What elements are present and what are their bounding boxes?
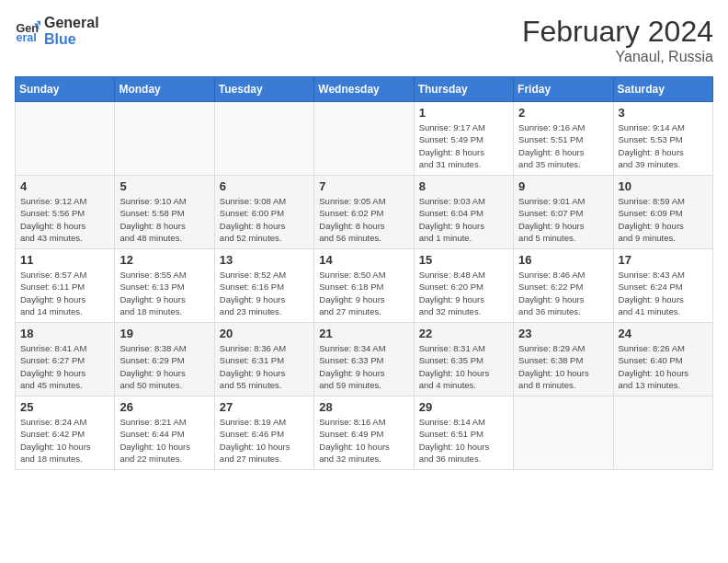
day-number: 11 <box>20 253 109 267</box>
day-number: 24 <box>619 327 708 340</box>
day-number: 19 <box>119 327 209 340</box>
calendar-cell <box>214 102 313 176</box>
day-info: Sunrise: 9:01 AM Sunset: 6:07 PM Dayligh… <box>518 195 608 244</box>
day-number: 8 <box>419 179 508 193</box>
day-info: Sunrise: 8:57 AM Sunset: 6:11 PM Dayligh… <box>20 269 109 317</box>
calendar-cell <box>314 102 414 176</box>
calendar-cell: 6Sunrise: 9:08 AM Sunset: 6:00 PM Daylig… <box>214 176 313 249</box>
day-number: 15 <box>419 253 508 267</box>
calendar-week-row: 4Sunrise: 9:12 AM Sunset: 5:56 PM Daylig… <box>16 176 713 249</box>
day-info: Sunrise: 8:55 AM Sunset: 6:13 PM Dayligh… <box>119 269 209 317</box>
calendar-cell: 26Sunrise: 8:21 AM Sunset: 6:44 PM Dayli… <box>115 396 214 470</box>
calendar-cell: 13Sunrise: 8:52 AM Sunset: 6:16 PM Dayli… <box>214 249 313 323</box>
calendar-week-row: 11Sunrise: 8:57 AM Sunset: 6:11 PM Dayli… <box>16 249 713 323</box>
day-info: Sunrise: 9:12 AM Sunset: 5:56 PM Dayligh… <box>20 195 109 244</box>
day-info: Sunrise: 8:36 AM Sunset: 6:31 PM Dayligh… <box>220 342 309 391</box>
month-title: February 2024 <box>522 15 713 49</box>
weekday-header: Thursday <box>414 77 513 102</box>
day-number: 20 <box>220 327 309 340</box>
calendar-cell: 28Sunrise: 8:16 AM Sunset: 6:49 PM Dayli… <box>314 396 414 470</box>
logo: Gen eral General Blue <box>15 15 99 47</box>
day-number: 3 <box>619 106 708 120</box>
calendar-cell: 24Sunrise: 8:26 AM Sunset: 6:40 PM Dayli… <box>613 323 712 396</box>
day-info: Sunrise: 8:16 AM Sunset: 6:49 PM Dayligh… <box>319 416 408 465</box>
day-number: 10 <box>619 179 708 193</box>
day-info: Sunrise: 8:21 AM Sunset: 6:44 PM Dayligh… <box>119 416 209 465</box>
day-info: Sunrise: 9:10 AM Sunset: 5:58 PM Dayligh… <box>119 195 209 244</box>
day-info: Sunrise: 8:46 AM Sunset: 6:22 PM Dayligh… <box>518 269 608 317</box>
calendar-cell: 11Sunrise: 8:57 AM Sunset: 6:11 PM Dayli… <box>16 249 115 323</box>
calendar-cell: 7Sunrise: 9:05 AM Sunset: 6:02 PM Daylig… <box>314 176 414 249</box>
weekday-header: Wednesday <box>314 77 414 102</box>
page-header: Gen eral General Blue February 2024 Yana… <box>15 15 713 65</box>
calendar-cell: 8Sunrise: 9:03 AM Sunset: 6:04 PM Daylig… <box>414 176 513 249</box>
calendar-cell: 2Sunrise: 9:16 AM Sunset: 5:51 PM Daylig… <box>514 102 613 176</box>
calendar-cell: 15Sunrise: 8:48 AM Sunset: 6:20 PM Dayli… <box>414 249 513 323</box>
calendar-cell: 3Sunrise: 9:14 AM Sunset: 5:53 PM Daylig… <box>613 102 712 176</box>
day-info: Sunrise: 8:26 AM Sunset: 6:40 PM Dayligh… <box>619 342 708 391</box>
calendar-cell: 5Sunrise: 9:10 AM Sunset: 5:58 PM Daylig… <box>115 176 214 249</box>
day-info: Sunrise: 9:14 AM Sunset: 5:53 PM Dayligh… <box>619 121 708 170</box>
calendar-cell: 27Sunrise: 8:19 AM Sunset: 6:46 PM Dayli… <box>214 396 313 470</box>
day-info: Sunrise: 8:31 AM Sunset: 6:35 PM Dayligh… <box>419 342 508 391</box>
calendar-header-row: SundayMondayTuesdayWednesdayThursdayFrid… <box>16 77 713 102</box>
day-info: Sunrise: 8:59 AM Sunset: 6:09 PM Dayligh… <box>619 195 708 244</box>
day-number: 27 <box>220 400 309 414</box>
weekday-header: Friday <box>514 77 613 102</box>
day-info: Sunrise: 8:43 AM Sunset: 6:24 PM Dayligh… <box>619 269 708 317</box>
day-info: Sunrise: 8:29 AM Sunset: 6:38 PM Dayligh… <box>518 342 608 391</box>
calendar-cell: 29Sunrise: 8:14 AM Sunset: 6:51 PM Dayli… <box>414 396 513 470</box>
calendar-cell <box>514 396 613 470</box>
weekday-header: Monday <box>115 77 214 102</box>
day-number: 26 <box>119 400 209 414</box>
calendar-cell: 12Sunrise: 8:55 AM Sunset: 6:13 PM Dayli… <box>115 249 214 323</box>
day-number: 13 <box>220 253 309 267</box>
day-info: Sunrise: 8:24 AM Sunset: 6:42 PM Dayligh… <box>20 416 109 465</box>
day-number: 17 <box>619 253 708 267</box>
calendar-cell: 4Sunrise: 9:12 AM Sunset: 5:56 PM Daylig… <box>16 176 115 249</box>
day-info: Sunrise: 9:05 AM Sunset: 6:02 PM Dayligh… <box>319 195 408 244</box>
svg-text:eral: eral <box>16 31 36 44</box>
day-info: Sunrise: 9:08 AM Sunset: 6:00 PM Dayligh… <box>220 195 309 244</box>
calendar-cell: 10Sunrise: 8:59 AM Sunset: 6:09 PM Dayli… <box>613 176 712 249</box>
title-area: February 2024 Yanaul, Russia <box>522 15 713 65</box>
day-number: 5 <box>119 179 209 193</box>
weekday-header: Tuesday <box>214 77 313 102</box>
day-number: 29 <box>419 400 508 414</box>
day-info: Sunrise: 8:48 AM Sunset: 6:20 PM Dayligh… <box>419 269 508 317</box>
day-number: 9 <box>518 179 608 193</box>
calendar-cell <box>613 396 712 470</box>
calendar-cell: 18Sunrise: 8:41 AM Sunset: 6:27 PM Dayli… <box>16 323 115 396</box>
day-info: Sunrise: 8:41 AM Sunset: 6:27 PM Dayligh… <box>20 342 109 391</box>
day-info: Sunrise: 8:19 AM Sunset: 6:46 PM Dayligh… <box>220 416 309 465</box>
day-number: 7 <box>319 179 408 193</box>
logo-line1: General <box>44 15 99 31</box>
day-info: Sunrise: 9:03 AM Sunset: 6:04 PM Dayligh… <box>419 195 508 244</box>
day-number: 21 <box>319 327 408 340</box>
day-number: 16 <box>518 253 608 267</box>
day-info: Sunrise: 9:16 AM Sunset: 5:51 PM Dayligh… <box>518 121 608 170</box>
calendar-body: 1Sunrise: 9:17 AM Sunset: 5:49 PM Daylig… <box>16 102 713 470</box>
day-number: 2 <box>518 106 608 120</box>
calendar-cell: 23Sunrise: 8:29 AM Sunset: 6:38 PM Dayli… <box>514 323 613 396</box>
calendar-cell: 1Sunrise: 9:17 AM Sunset: 5:49 PM Daylig… <box>414 102 513 176</box>
day-number: 22 <box>419 327 508 340</box>
weekday-header: Sunday <box>16 77 115 102</box>
calendar-week-row: 25Sunrise: 8:24 AM Sunset: 6:42 PM Dayli… <box>16 396 713 470</box>
calendar-week-row: 1Sunrise: 9:17 AM Sunset: 5:49 PM Daylig… <box>16 102 713 176</box>
day-info: Sunrise: 8:38 AM Sunset: 6:29 PM Dayligh… <box>119 342 209 391</box>
calendar-cell: 20Sunrise: 8:36 AM Sunset: 6:31 PM Dayli… <box>214 323 313 396</box>
calendar-week-row: 18Sunrise: 8:41 AM Sunset: 6:27 PM Dayli… <box>16 323 713 396</box>
calendar-cell: 17Sunrise: 8:43 AM Sunset: 6:24 PM Dayli… <box>613 249 712 323</box>
day-number: 14 <box>319 253 408 267</box>
day-number: 6 <box>220 179 309 193</box>
location-title: Yanaul, Russia <box>522 49 713 65</box>
calendar-cell: 22Sunrise: 8:31 AM Sunset: 6:35 PM Dayli… <box>414 323 513 396</box>
calendar-cell: 16Sunrise: 8:46 AM Sunset: 6:22 PM Dayli… <box>514 249 613 323</box>
day-info: Sunrise: 9:17 AM Sunset: 5:49 PM Dayligh… <box>419 121 508 170</box>
day-info: Sunrise: 8:34 AM Sunset: 6:33 PM Dayligh… <box>319 342 408 391</box>
day-number: 18 <box>20 327 109 340</box>
day-number: 1 <box>419 106 508 120</box>
calendar-cell: 25Sunrise: 8:24 AM Sunset: 6:42 PM Dayli… <box>16 396 115 470</box>
day-info: Sunrise: 8:52 AM Sunset: 6:16 PM Dayligh… <box>220 269 309 317</box>
